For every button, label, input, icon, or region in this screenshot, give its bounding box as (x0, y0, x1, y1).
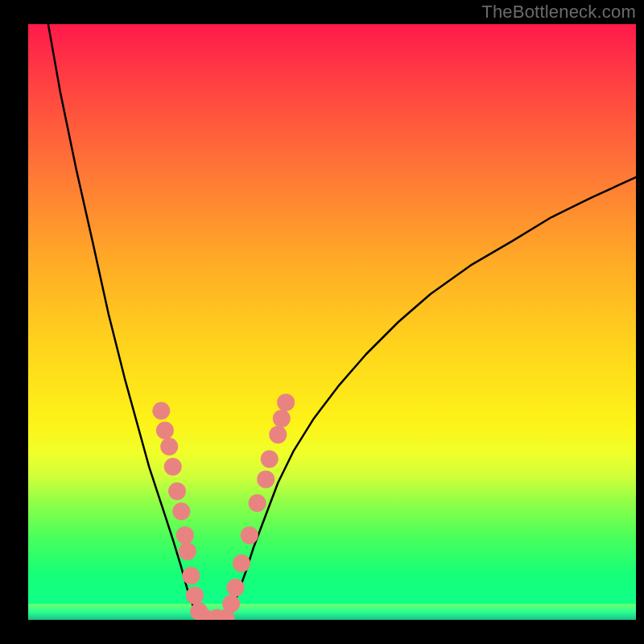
scatter-point (277, 394, 295, 411)
scatter-point (182, 567, 200, 584)
chart-frame: TheBottleneck.com (0, 0, 644, 644)
scatter-point (152, 402, 170, 419)
scatter-point (249, 494, 266, 512)
scatter-point (176, 526, 194, 544)
scatter-point (222, 595, 240, 613)
scatter-point (168, 482, 186, 500)
scatter-point (172, 502, 190, 520)
plot-area (28, 24, 636, 620)
scatter-point (257, 470, 275, 488)
scatter-layer (28, 24, 636, 620)
scatter-point (227, 579, 245, 597)
scatter-point (241, 526, 258, 544)
scatter-group (152, 394, 295, 620)
scatter-point (233, 555, 250, 572)
scatter-point (164, 458, 182, 476)
scatter-point (160, 438, 178, 456)
scatter-point (186, 587, 204, 605)
scatter-point (261, 450, 279, 468)
scatter-point (269, 426, 287, 444)
scatter-point (179, 543, 196, 560)
scatter-point (156, 422, 174, 440)
watermark-label: TheBottleneck.com (481, 2, 636, 23)
scatter-point (273, 410, 291, 427)
